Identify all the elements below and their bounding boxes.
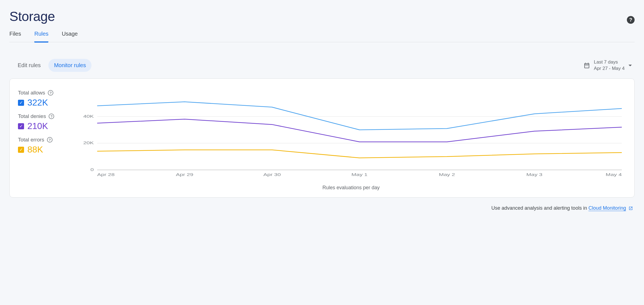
legend-errors-toggle[interactable]: ✓ [18,147,24,153]
footer-prefix: Use advanced analysis and alerting tools… [491,205,588,211]
svg-text:Apr 29: Apr 29 [176,173,193,177]
chart-caption: Rules evaluations per day [76,185,626,191]
legend-denies-label: Total denies [18,113,46,119]
legend-allows-label: Total allows [18,90,45,96]
subtab-edit-rules[interactable]: Edit rules [12,59,46,72]
svg-text:May 3: May 3 [526,173,542,177]
help-icon[interactable]: ? [627,16,635,24]
tab-usage[interactable]: Usage [62,28,78,43]
tab-rules[interactable]: Rules [34,28,48,43]
svg-text:Apr 28: Apr 28 [97,173,115,177]
svg-text:40K: 40K [83,114,94,118]
legend-item-denies: Total denies ? ✓ 210K [18,113,70,131]
tab-files[interactable]: Files [9,28,21,43]
legend-allows-value: 322K [27,98,48,108]
date-range-picker[interactable]: Last 7 days Apr 27 - May 4 [583,59,632,71]
svg-text:May 4: May 4 [606,173,622,177]
monitor-rules-card: Total allows ? ✓ 322K Total denies ? ✓ [9,78,635,198]
svg-text:Apr 30: Apr 30 [263,173,281,177]
svg-text:20K: 20K [83,141,94,145]
subtab-monitor-rules[interactable]: Monitor rules [48,59,91,72]
date-range-value: Apr 27 - May 4 [594,65,625,72]
sub-tab-bar: Edit rules Monitor rules [12,59,91,72]
date-range-text: Last 7 days Apr 27 - May 4 [594,59,625,71]
legend-item-allows: Total allows ? ✓ 322K [18,90,70,108]
legend-errors-label: Total errors [18,137,44,143]
footer-note: Use advanced analysis and alerting tools… [9,205,635,211]
svg-text:May 1: May 1 [351,173,367,177]
chart-legend: Total allows ? ✓ 322K Total denies ? ✓ [18,87,70,191]
calendar-icon [583,62,590,69]
help-denies-icon[interactable]: ? [49,114,54,119]
rules-chart: 020K40KApr 28Apr 29Apr 30May 1May 2May 3… [76,87,626,181]
legend-errors-value: 88K [27,144,43,155]
cloud-monitoring-link[interactable]: Cloud Monitoring [588,205,626,211]
legend-allows-toggle[interactable]: ✓ [18,100,24,106]
chevron-down-icon [629,65,632,66]
legend-denies-toggle[interactable]: ✓ [18,123,24,129]
legend-item-errors: Total errors ? ✓ 88K [18,137,70,155]
page-title: Storage [9,9,55,24]
main-tab-bar: Files Rules Usage [9,28,635,42]
svg-text:0: 0 [90,168,94,172]
help-allows-icon[interactable]: ? [48,90,53,96]
svg-text:May 2: May 2 [439,173,455,177]
legend-denies-value: 210K [27,121,48,131]
help-errors-icon[interactable]: ? [47,137,53,143]
date-range-label: Last 7 days [594,59,625,65]
external-link-icon [629,206,633,211]
